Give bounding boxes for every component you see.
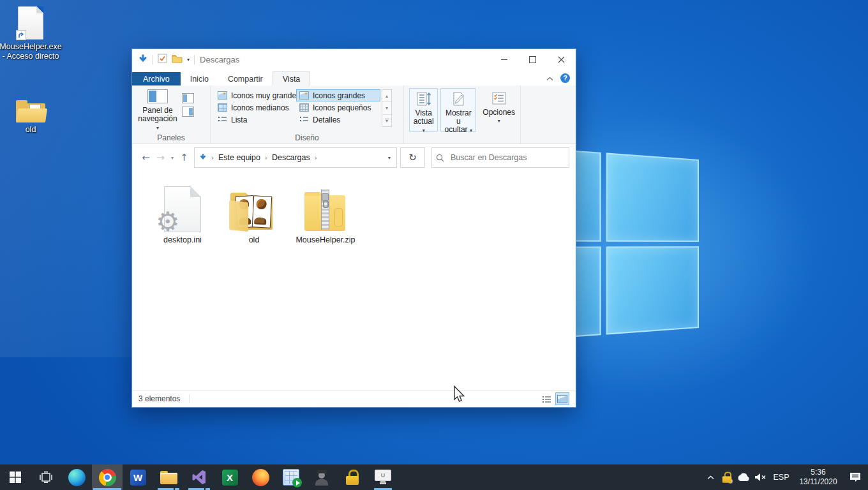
tray-onedrive-icon[interactable] — [735, 473, 752, 482]
properties-icon[interactable] — [158, 54, 167, 66]
status-bar: 3 elementos — [132, 390, 576, 407]
navigation-arrows: ← → ▾ ↑ — [138, 152, 191, 163]
options-button[interactable]: Opciones ▾ — [480, 88, 518, 132]
show-hide-icon — [450, 91, 467, 107]
large-icons-icon — [299, 91, 309, 100]
crumb-separator-icon[interactable]: › — [310, 154, 322, 161]
file-item-old[interactable]: old — [220, 180, 288, 244]
close-button[interactable] — [547, 49, 576, 70]
crumb-separator-icon: › — [207, 154, 218, 161]
tray-volume-muted-icon[interactable] — [752, 473, 768, 482]
pane-mini-buttons — [182, 93, 194, 132]
file-name: old — [249, 235, 260, 244]
ribbon-group-view-options: Vista actual ▾ Mostrar u ocultar ▾ Opcio… — [403, 85, 520, 144]
clock-time: 5:36 — [794, 468, 842, 477]
preview-pane-button[interactable] — [182, 93, 194, 103]
taskbar-mousehelper-app[interactable]: U — [368, 464, 398, 490]
new-folder-icon[interactable] — [172, 54, 183, 66]
group-label-paneles: Paneles — [132, 133, 210, 142]
breadcrumb-este-equipo[interactable]: Este equipo — [218, 153, 260, 162]
play-badge-icon — [292, 478, 302, 487]
address-bar[interactable]: › Este equipo › Descargas › ▾ — [194, 147, 397, 168]
thumbnails-view-icon — [557, 395, 567, 403]
refresh-button[interactable]: ↻ — [400, 147, 425, 168]
address-location-icon — [199, 153, 207, 163]
shortcut-file-icon — [0, 4, 63, 40]
tray-expand-button[interactable] — [702, 475, 719, 480]
gallery-scroll-up-icon[interactable]: ▴ — [382, 90, 391, 101]
show-hide-label-line2: ocultar ▾ — [445, 126, 472, 135]
maximize-button[interactable] — [518, 49, 547, 70]
file-list-area[interactable]: ⚙ desktop.ini old — [132, 171, 576, 390]
collapse-ribbon-icon[interactable] — [546, 72, 553, 84]
nav-pane-label-line2: navegación ▾ — [136, 115, 179, 132]
taskbar-lock-app[interactable] — [337, 464, 368, 490]
view-iconos-muy-grandes[interactable]: Iconos muy grandes — [214, 89, 296, 101]
details-view-toggle[interactable] — [539, 392, 553, 405]
taskbar-excel[interactable]: X — [214, 464, 245, 490]
tray-lock-icon[interactable] — [719, 470, 735, 485]
clock-date: 13/11/2020 — [794, 477, 842, 487]
taskbar-visual-studio[interactable] — [184, 464, 214, 490]
start-button[interactable] — [0, 464, 31, 490]
ribbon-vista: Panel de navegación ▾ Paneles Iconos muy… — [132, 85, 576, 144]
chrome-icon — [99, 469, 116, 486]
help-button[interactable]: ? — [560, 73, 570, 83]
edge-icon — [68, 469, 86, 486]
thumbnails-view-toggle[interactable] — [555, 392, 569, 405]
forward-button[interactable]: → — [153, 152, 168, 163]
taskbar-datagrid-app[interactable] — [276, 464, 306, 490]
ribbon-tools: ? — [546, 72, 576, 85]
visual-studio-icon — [191, 470, 207, 485]
view-iconos-grandes[interactable]: Iconos grandes — [296, 89, 380, 101]
title-bar: ▾ Descargas — [132, 49, 576, 70]
nav-pane-button[interactable]: Panel de navegación ▾ — [136, 88, 179, 132]
chevron-up-icon — [707, 475, 714, 480]
action-center-button[interactable] — [842, 472, 868, 482]
back-button[interactable]: ← — [138, 152, 153, 163]
padlock-icon — [722, 471, 731, 482]
breadcrumb-descargas[interactable]: Descargas — [272, 153, 310, 162]
search-box[interactable] — [431, 147, 569, 168]
taskbar-edge[interactable] — [61, 464, 92, 490]
window-title: Descargas — [200, 55, 239, 64]
view-detalles[interactable]: Detalles — [296, 114, 380, 126]
clock[interactable]: 5:36 13/11/2020 — [794, 468, 842, 487]
desktop-icon-old-folder[interactable]: old — [0, 87, 63, 135]
taskbar-chrome[interactable] — [92, 464, 123, 490]
tab-compartir[interactable]: Compartir — [218, 72, 273, 85]
current-view-icon — [415, 91, 432, 107]
desktop-icon-mousehelper-shortcut[interactable]: MouseHelper.exe - Acceso directo — [0, 4, 63, 61]
window-controls — [490, 49, 576, 70]
qat-customize-dropdown-icon[interactable]: ▾ — [187, 57, 190, 63]
tab-archivo[interactable]: Archivo — [132, 72, 181, 85]
view-iconos-pequenos[interactable]: Iconos pequeños — [296, 101, 380, 114]
file-item-mousehelper-zip[interactable]: MouseHelper.zip — [292, 180, 359, 244]
taskbar-person-app[interactable] — [306, 464, 337, 490]
up-button[interactable]: ↑ — [177, 152, 191, 163]
taskbar-word[interactable]: W — [123, 464, 153, 490]
file-item-desktop-ini[interactable]: ⚙ desktop.ini — [149, 180, 216, 244]
cloud-icon — [737, 473, 751, 482]
current-view-button[interactable]: Vista actual ▾ — [409, 88, 438, 132]
gallery-more-icon[interactable]: ▾ — [382, 114, 391, 126]
gallery-scroll-down-icon[interactable]: ▾ — [382, 101, 391, 114]
task-view-button[interactable] — [31, 464, 61, 490]
recent-locations-icon[interactable]: ▾ — [168, 155, 177, 161]
folder-icon — [0, 87, 63, 122]
tab-inicio[interactable]: Inicio — [181, 72, 218, 85]
view-lista[interactable]: Lista — [214, 114, 296, 126]
crumb-separator-icon[interactable]: › — [260, 154, 272, 161]
gear-icon: ⚙ — [156, 209, 180, 235]
firefox-icon — [252, 469, 269, 486]
search-input[interactable] — [449, 152, 565, 163]
show-hide-button[interactable]: Mostrar u ocultar ▾ — [440, 88, 476, 132]
minimize-button[interactable] — [490, 49, 518, 70]
view-iconos-medianos[interactable]: Iconos medianos — [214, 101, 296, 114]
details-pane-button[interactable] — [182, 107, 194, 117]
taskbar-explorer[interactable] — [153, 464, 184, 490]
address-history-dropdown-icon[interactable]: ▾ — [382, 155, 396, 161]
language-indicator[interactable]: ESP — [768, 473, 794, 482]
taskbar-firefox[interactable] — [245, 464, 276, 490]
tab-vista[interactable]: Vista — [273, 71, 311, 85]
